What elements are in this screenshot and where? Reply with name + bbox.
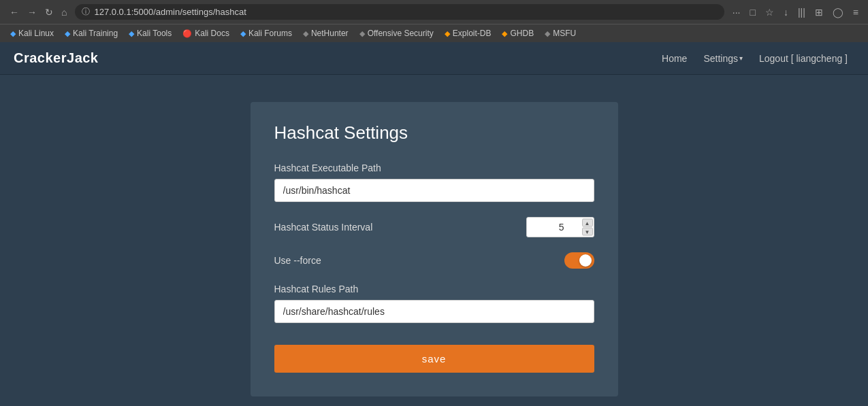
rules-path-input[interactable] [274, 300, 594, 323]
bookmark-kali-linux[interactable]: ◆Kali Linux [5, 27, 59, 39]
main-content: Hashcat Settings Hashcat Executable Path… [0, 75, 868, 406]
bookmark-kali-docs[interactable]: 🔴Kali Docs [178, 27, 234, 39]
status-interval-wrapper: ▲ ▼ [526, 217, 594, 237]
toggle-slider [564, 252, 594, 269]
app-logo: CrackerJack [14, 50, 99, 66]
refresh-button[interactable]: ↻ [42, 5, 56, 19]
browser-actions: ··· □ ☆ ↓ ||| ⊞ ◯ ≡ [730, 5, 861, 19]
pocket-button[interactable]: □ [747, 5, 758, 19]
lock-icon: ⓘ [82, 6, 90, 18]
kali-docs-icon: 🔴 [182, 29, 192, 38]
save-button[interactable]: save [274, 345, 594, 373]
page-title: Hashcat Settings [274, 122, 594, 143]
bookmark-kali-training[interactable]: ◆Kali Training [60, 27, 123, 39]
exploit-db-icon: ◆ [445, 29, 450, 38]
star-button[interactable]: ☆ [762, 5, 777, 19]
status-interval-label: Hashcat Status Interval [274, 222, 373, 233]
exploit-db-label: Exploit-DB [453, 29, 492, 38]
layout-button[interactable]: ⊞ [812, 5, 826, 19]
browser-chrome: ← → ↻ ⌂ ⓘ ··· □ ☆ ↓ ||| ⊞ ◯ ≡ [0, 0, 868, 24]
spinner-up[interactable]: ▲ [582, 219, 593, 227]
kali-linux-icon: ◆ [10, 29, 16, 38]
kali-tools-label: Kali Tools [137, 29, 172, 38]
app-nav-links: Home Settings Logout [ liangcheng ] [655, 49, 854, 68]
kali-training-icon: ◆ [65, 29, 70, 38]
kali-forums-label: Kali Forums [248, 29, 292, 38]
nav-home[interactable]: Home [655, 49, 694, 68]
home-button[interactable]: ⌂ [59, 5, 69, 19]
bookmark-kali-forums[interactable]: ◆Kali Forums [236, 27, 297, 39]
bookmark-msfu[interactable]: ◆MSFU [540, 27, 581, 39]
bookmark-nethunter[interactable]: ◆NetHunter [298, 27, 353, 39]
bookmark-exploit-db[interactable]: ◆Exploit-DB [440, 27, 496, 39]
bookmarks-bar: ◆Kali Linux◆Kali Training◆Kali Tools🔴Kal… [0, 24, 868, 42]
menu-button[interactable]: ≡ [850, 5, 861, 19]
ghdb-icon: ◆ [502, 29, 507, 38]
more-button[interactable]: ··· [730, 5, 743, 19]
msfu-label: MSFU [553, 29, 576, 38]
offensive-security-label: Offensive Security [368, 29, 434, 38]
bookmark-ghdb[interactable]: ◆GHDB [497, 27, 539, 39]
download-button[interactable]: ↓ [781, 5, 791, 19]
library-button[interactable]: ||| [795, 5, 808, 19]
kali-tools-icon: ◆ [129, 29, 134, 38]
executable-path-group: Hashcat Executable Path [274, 163, 594, 202]
offensive-security-icon: ◆ [359, 29, 365, 38]
bookmark-kali-tools[interactable]: ◆Kali Tools [124, 27, 176, 39]
status-interval-group: Hashcat Status Interval ▲ ▼ [274, 217, 594, 237]
spinner-down[interactable]: ▼ [582, 228, 593, 236]
rules-path-group: Hashcat Rules Path [274, 284, 594, 323]
kali-docs-label: Kali Docs [195, 29, 229, 38]
kali-linux-label: Kali Linux [18, 29, 54, 38]
number-spinners: ▲ ▼ [582, 219, 593, 236]
force-toggle[interactable] [564, 252, 594, 269]
app-nav: CrackerJack Home Settings Logout [ liang… [0, 42, 868, 75]
settings-card: Hashcat Settings Hashcat Executable Path… [251, 102, 618, 396]
executable-path-input[interactable] [274, 179, 594, 202]
kali-training-label: Kali Training [73, 29, 118, 38]
nav-logout[interactable]: Logout [ liangcheng ] [752, 49, 854, 68]
executable-path-label: Hashcat Executable Path [274, 163, 594, 173]
nethunter-label: NetHunter [311, 29, 349, 38]
ghdb-label: GHDB [510, 29, 534, 38]
kali-forums-icon: ◆ [240, 29, 246, 38]
msfu-icon: ◆ [545, 29, 550, 38]
force-group: Use --force [274, 252, 594, 269]
back-button[interactable]: ← [7, 5, 22, 19]
force-label: Use --force [274, 255, 321, 266]
nethunter-icon: ◆ [303, 29, 308, 38]
browser-nav-buttons: ← → ↻ ⌂ [7, 5, 69, 19]
address-bar[interactable] [94, 7, 717, 17]
forward-button[interactable]: → [25, 5, 39, 19]
nav-settings[interactable]: Settings [696, 49, 750, 68]
address-bar-container: ⓘ [75, 4, 724, 20]
account-button[interactable]: ◯ [830, 5, 846, 19]
rules-path-label: Hashcat Rules Path [274, 284, 594, 294]
bookmark-offensive-security[interactable]: ◆Offensive Security [355, 27, 438, 39]
